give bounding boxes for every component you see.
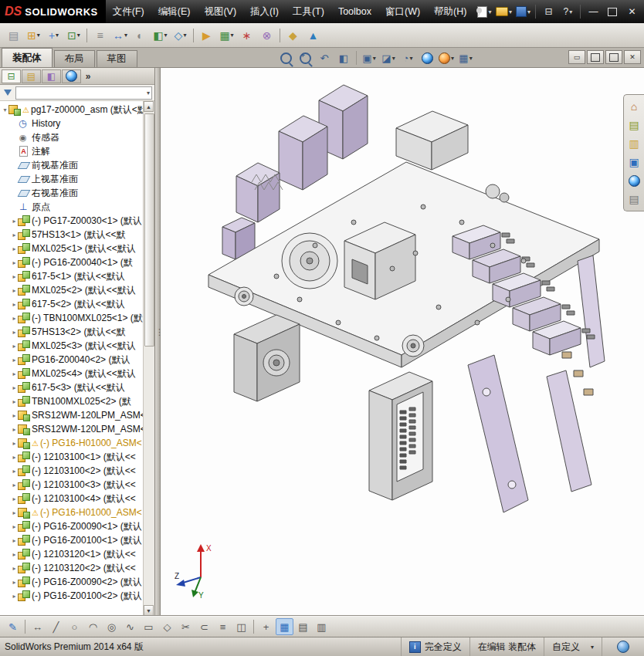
close-icon[interactable]: ✕	[622, 2, 641, 21]
expand-arrow-icon[interactable]: ▸	[11, 245, 18, 252]
spline-icon[interactable]: ∿	[121, 618, 139, 635]
open-icon[interactable]: ▾	[494, 2, 513, 21]
menu-insert[interactable]: 插入(I)	[243, 0, 286, 23]
edit-appearance-icon[interactable]	[418, 49, 436, 66]
tree-item-1[interactable]: History	[0, 117, 154, 130]
expand-arrow-icon[interactable]: ▸	[11, 454, 18, 461]
tree-item-17[interactable]: ▸MXL025<3> (默认<<默认	[0, 339, 154, 353]
tree-item-3[interactable]: 注解	[0, 144, 154, 158]
tree-item-18[interactable]: ▸PG16-Z00040<2> (默认	[0, 353, 154, 367]
expand-arrow-icon[interactable]: ▸	[11, 482, 18, 489]
tree-item-16[interactable]: ▸57HS13<2> (默认<<默	[0, 325, 154, 339]
expand-arrow-icon[interactable]: ▸	[11, 426, 18, 433]
expand-arrow-icon[interactable]: ▸	[11, 315, 18, 322]
tree-item-12[interactable]: ▸617-5<1> (默认<<默认	[0, 269, 154, 283]
reference-geometry-icon[interactable]: ◇▾	[171, 26, 190, 45]
featuremanager-tab[interactable]: ⊟	[2, 69, 21, 83]
move-component-icon[interactable]: ↔▾	[110, 26, 130, 45]
expand-arrow-icon[interactable]: ▸	[11, 370, 18, 377]
view-palette-icon[interactable]: ▣	[625, 154, 642, 171]
restore-icon[interactable]	[603, 2, 622, 21]
expand-arrow-icon[interactable]: ▸	[11, 468, 18, 475]
line-icon[interactable]: ╱	[47, 618, 65, 635]
polygon-icon[interactable]: ◇	[158, 618, 176, 635]
expand-arrow-icon[interactable]: ▸	[11, 259, 18, 266]
show-hidden-components-icon[interactable]: ◐	[130, 26, 150, 45]
tree-item-34[interactable]: ▸(-) PG16-Z00090<2> (默认	[0, 575, 154, 589]
tab-assembly[interactable]: 装配体	[2, 48, 53, 67]
tree-item-14[interactable]: ▸617-5<2> (默认<<默认	[0, 297, 154, 311]
design-library-icon[interactable]: ▤	[625, 117, 642, 134]
tree-item-22[interactable]: ▸SRS12WM-120LPM_ASM<	[0, 408, 154, 422]
expand-arrow-icon[interactable]: ▸	[11, 287, 18, 294]
rectangle-icon[interactable]: ▭	[140, 618, 158, 635]
tree-scrollbar[interactable]: ▲ ▼	[143, 101, 154, 616]
tree-filter-input[interactable]: ▾	[15, 86, 152, 100]
insert-components-icon[interactable]: ⊞▾	[24, 26, 43, 45]
expand-arrow-icon[interactable]: ▸	[11, 551, 18, 558]
doc-restore-icon[interactable]	[587, 50, 604, 64]
display-style-icon[interactable]: ◪▾	[379, 49, 398, 66]
menu-view[interactable]: 视图(V)	[197, 0, 243, 23]
tree-item-15[interactable]: ▸(-) TBN100MXL025<1> (默	[0, 311, 154, 325]
smart-fasteners-icon[interactable]: ≡	[90, 26, 110, 45]
expand-arrow-icon[interactable]: ▸	[11, 343, 18, 350]
graphics-viewport[interactable]: X Z Y ⌂▤▥▣▤	[161, 68, 644, 616]
zoom-fit-icon[interactable]	[276, 49, 295, 66]
expand-arrow-icon[interactable]: ▸	[11, 412, 18, 419]
tree-item-5[interactable]: 上视基准面	[0, 172, 154, 186]
previous-view-icon[interactable]: ↶	[315, 49, 334, 66]
expand-arrow-icon[interactable]: ▸	[11, 232, 18, 238]
mate-icon[interactable]: +▾	[44, 26, 63, 45]
expand-arrow-icon[interactable]: ▸	[11, 301, 18, 308]
view-settings-icon[interactable]: ▦▾	[456, 49, 475, 66]
menu-edit[interactable]: 编辑(E)	[151, 0, 198, 23]
instant3d-icon[interactable]: ◆	[283, 26, 303, 45]
doc-tile-icon[interactable]	[605, 50, 622, 64]
tree-item-13[interactable]: ▸MXL025<2> (默认<<默认	[0, 283, 154, 297]
help-icon[interactable]: ?▾	[558, 2, 577, 21]
tab-sketch[interactable]: 草图	[97, 50, 137, 67]
propertymanager-tab[interactable]: ▤	[22, 69, 41, 83]
tree-item-29[interactable]: ▸⚠(-) PG16-H01000_ASM<	[0, 506, 154, 519]
tree-item-21[interactable]: ▸TBN100MXL025<2> (默	[0, 394, 154, 408]
tree-item-30[interactable]: ▸(-) PG16-Z00090<1> (默认	[0, 519, 154, 533]
convert-entities-icon[interactable]: ⊂	[195, 618, 213, 635]
save-icon[interactable]: ▾	[514, 2, 532, 21]
expand-arrow-icon[interactable]: ▸	[11, 218, 18, 225]
tree-item-11[interactable]: ▸(-) PG16-Z00040<1> (默	[0, 255, 154, 269]
arc-icon[interactable]: ◠	[84, 618, 102, 635]
exploded-view-icon[interactable]: ∗	[237, 26, 256, 45]
tree-item-10[interactable]: ▸MXL025<1> (默认<<默认	[0, 242, 154, 255]
status-custom-segment[interactable]: 自定义 ▾	[544, 637, 602, 656]
tree-item-2[interactable]: 传感器	[0, 130, 154, 144]
custom-properties-icon[interactable]: ▤	[625, 191, 642, 208]
file-explorer-icon[interactable]: ▥	[625, 135, 642, 152]
quick-snaps-icon[interactable]: +	[257, 618, 275, 635]
scrollbar-thumb[interactable]	[144, 113, 154, 347]
tree-item-27[interactable]: ▸(-) 12103100<3> (默认<<	[0, 478, 154, 492]
view-orientation-icon[interactable]: ▣▾	[360, 49, 378, 66]
doc-close-icon[interactable]: ✕	[624, 50, 641, 64]
doc-minimize-icon[interactable]: ▭	[568, 50, 585, 64]
tree-item-20[interactable]: ▸617-5<3> (默认<<默认	[0, 380, 154, 394]
section-sketch-icon[interactable]: ▤	[294, 618, 312, 635]
expand-arrow-icon[interactable]: ▸	[11, 273, 18, 280]
expand-arrow-icon[interactable]: ▸	[11, 398, 18, 405]
scroll-down-icon[interactable]: ▼	[144, 605, 154, 616]
tree-item-8[interactable]: ▸(-) PG17-Z00030<1> (默认	[0, 214, 154, 228]
expand-arrow-icon[interactable]: ▸	[11, 523, 18, 530]
expand-arrow-icon[interactable]: ▸	[11, 565, 18, 572]
tree-item-24[interactable]: ▸⚠(-) PG16-H01000_ASM<	[0, 436, 154, 450]
tree-item-23[interactable]: ▸SRS12WM-120LPM_ASM<	[0, 422, 154, 436]
menu-file[interactable]: 文件(F)	[106, 0, 151, 23]
offset-entities-icon[interactable]: ≡	[214, 618, 232, 635]
new-motion-study-icon[interactable]: ▶	[197, 26, 216, 45]
panel-tab-overflow[interactable]: »	[82, 69, 94, 83]
expand-arrow-icon[interactable]: ▸	[11, 495, 18, 502]
expand-arrow-icon[interactable]: ▸	[11, 329, 18, 336]
grid-icon[interactable]: ▦	[276, 618, 293, 635]
tree-item-26[interactable]: ▸(-) 12103100<2> (默认<<	[0, 464, 154, 478]
mirror-entities-icon[interactable]: ◫	[232, 618, 250, 635]
linear-component-pattern-icon[interactable]: ⊡▾	[64, 26, 83, 45]
